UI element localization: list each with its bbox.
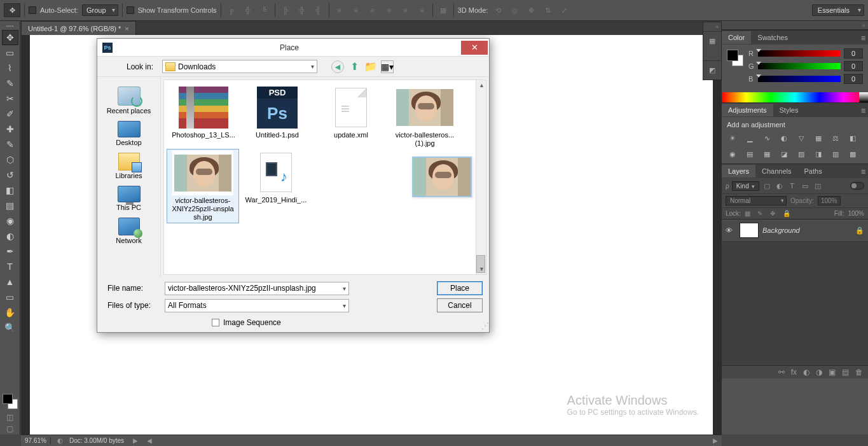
- invert-icon[interactable]: ◪: [778, 148, 790, 160]
- marquee-tool[interactable]: ▭: [2, 45, 18, 60]
- group-icon[interactable]: ▣: [829, 368, 836, 377]
- blue-slider[interactable]: [758, 76, 841, 82]
- toolbox-handle[interactable]: [1, 24, 19, 29]
- layer-row[interactable]: 👁 Background 🔒: [722, 220, 868, 242]
- lock-pixels-icon[interactable]: ▦: [745, 210, 754, 217]
- zoom-level[interactable]: 97.61%: [25, 437, 51, 444]
- filter-smart-icon[interactable]: ◫: [813, 181, 823, 191]
- filename-input[interactable]: victor-ballesteros-XNIYz25pzII-unsplash.…: [165, 282, 349, 295]
- 3d-scale-icon[interactable]: ⤢: [558, 4, 570, 17]
- red-slider[interactable]: [758, 50, 841, 57]
- filter-toggle[interactable]: [850, 182, 864, 190]
- file-item[interactable]: update.xml: [314, 84, 388, 149]
- align-bottom-icon[interactable]: ╚: [258, 4, 271, 17]
- fill-value[interactable]: 100%: [848, 210, 864, 217]
- bw-icon[interactable]: ◧: [847, 132, 858, 144]
- fx-icon[interactable]: fx: [791, 368, 797, 377]
- lock-all-icon[interactable]: 🔒: [783, 210, 792, 217]
- auto-align-icon[interactable]: ▦: [437, 4, 450, 17]
- hue-sat-icon[interactable]: ▦: [813, 132, 824, 144]
- quick-select-tool[interactable]: ✎: [2, 76, 18, 91]
- swatches-tab[interactable]: Swatches: [751, 31, 794, 44]
- filetype-select[interactable]: All Formats▾: [165, 299, 349, 312]
- scrollbar[interactable]: ▲ ▼: [476, 80, 486, 274]
- fg-bg-swatches[interactable]: [3, 394, 18, 409]
- posterize-icon[interactable]: ▨: [796, 148, 807, 160]
- blur-tool[interactable]: ◉: [2, 213, 18, 228]
- red-value[interactable]: 0: [844, 48, 863, 59]
- history-panel-icon[interactable]: ▦: [703, 31, 721, 50]
- green-slider[interactable]: [758, 63, 841, 69]
- status-arrow-icon[interactable]: ▶: [133, 437, 138, 444]
- visibility-icon[interactable]: 👁: [726, 226, 736, 234]
- lock-move-icon[interactable]: ✥: [770, 210, 779, 217]
- file-item-selected[interactable]: victor-ballesteros-XNIYz25pzII-unsplash.…: [167, 149, 239, 223]
- close-button[interactable]: ✕: [461, 41, 488, 55]
- healing-tool[interactable]: ✚: [2, 122, 18, 137]
- brightness-icon[interactable]: ☀: [727, 132, 738, 144]
- blue-value[interactable]: 0: [844, 74, 863, 84]
- curves-icon[interactable]: ∿: [761, 132, 773, 144]
- adjustments-tab[interactable]: Adjustments: [722, 104, 773, 116]
- filter-adjust-icon[interactable]: ◐: [775, 181, 785, 191]
- gradient-tool[interactable]: ▤: [2, 198, 18, 213]
- panel-menu-icon[interactable]: ≡: [861, 34, 865, 43]
- auto-select-target[interactable]: Group: [82, 4, 118, 16]
- desktop-place[interactable]: Desktop: [100, 119, 158, 148]
- clone-tool[interactable]: ⬡: [2, 152, 18, 167]
- file-item[interactable]: ♪ War_2019_Hindi_...: [239, 149, 313, 223]
- dialog-titlebar[interactable]: Ps Place ✕: [97, 39, 489, 57]
- shape-tool[interactable]: ▭: [2, 289, 18, 305]
- color-spectrum[interactable]: [722, 92, 868, 102]
- color-tab[interactable]: Color: [722, 31, 751, 44]
- selective-color-icon[interactable]: ▩: [847, 148, 858, 160]
- color-fg-bg-swatch[interactable]: [727, 50, 743, 66]
- auto-select-checkbox[interactable]: [29, 6, 36, 14]
- libraries-place[interactable]: Libraries: [100, 151, 158, 181]
- distribute-icon[interactable]: ≡: [366, 4, 379, 17]
- align-hcenter-icon[interactable]: ╬: [296, 4, 308, 17]
- eyedropper-tool[interactable]: ✐: [2, 106, 18, 122]
- panel-menu-icon[interactable]: ≡: [861, 167, 865, 176]
- file-item[interactable]: Photoshop_13_LS...: [167, 84, 240, 149]
- distribute-icon[interactable]: ≡: [416, 4, 429, 17]
- gradient-map-icon[interactable]: ▥: [830, 148, 841, 160]
- place-button[interactable]: Place: [437, 281, 483, 295]
- threshold-icon[interactable]: ◨: [813, 148, 824, 160]
- filter-type-icon[interactable]: T: [787, 181, 797, 191]
- levels-icon[interactable]: ▁: [744, 132, 755, 144]
- blend-mode-select[interactable]: Normal: [726, 196, 787, 206]
- workspace-switcher[interactable]: Essentials: [812, 4, 864, 16]
- collapse-arrow-icon[interactable]: »: [703, 22, 721, 31]
- dodge-tool[interactable]: ◐: [2, 228, 18, 244]
- align-left-icon[interactable]: ╠: [279, 4, 292, 17]
- distribute-icon[interactable]: ≡: [333, 4, 346, 17]
- screen-mode-icon[interactable]: ▢: [2, 423, 18, 435]
- 3d-rotate-icon[interactable]: ⟲: [492, 4, 504, 17]
- pen-tool[interactable]: ✒: [2, 244, 18, 259]
- link-layers-icon[interactable]: ⚯: [778, 368, 785, 377]
- lock-position-icon[interactable]: ✎: [757, 210, 766, 217]
- panel-menu-icon[interactable]: ≡: [861, 106, 865, 115]
- exposure-icon[interactable]: ◐: [57, 437, 63, 444]
- move-tool-indicator[interactable]: ✥: [4, 3, 20, 17]
- mask-icon[interactable]: ◐: [803, 368, 809, 377]
- this-pc-place[interactable]: This PC: [100, 184, 158, 213]
- styles-tab[interactable]: Styles: [773, 104, 805, 116]
- close-tab-icon[interactable]: ×: [125, 25, 128, 32]
- show-transform-checkbox[interactable]: [127, 6, 134, 14]
- type-tool[interactable]: T: [2, 259, 18, 274]
- layers-tab[interactable]: Layers: [722, 165, 755, 178]
- 3d-roll-icon[interactable]: ◎: [508, 4, 521, 17]
- align-right-icon[interactable]: ╣: [312, 4, 325, 17]
- quick-mask-icon[interactable]: ◫: [2, 412, 18, 423]
- view-menu-button[interactable]: ▦▾: [381, 60, 394, 73]
- up-folder-button[interactable]: ⬆: [348, 60, 361, 73]
- zoom-tool[interactable]: 🔍: [2, 320, 18, 335]
- cancel-button[interactable]: Cancel: [437, 298, 483, 312]
- back-button[interactable]: ◄: [331, 60, 344, 73]
- adjustment-layer-icon[interactable]: ◑: [816, 368, 822, 377]
- network-place[interactable]: Network: [100, 216, 158, 246]
- green-value[interactable]: 0: [844, 61, 863, 71]
- distribute-icon[interactable]: ≡: [383, 4, 396, 17]
